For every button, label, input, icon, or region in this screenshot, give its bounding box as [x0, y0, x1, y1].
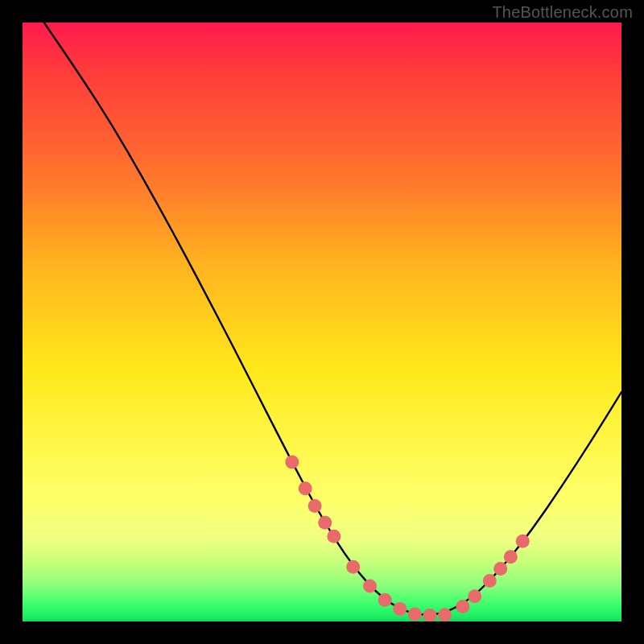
highlight-marker-dot — [378, 593, 392, 607]
highlight-marker-dot — [504, 550, 518, 564]
highlight-marker-dot — [456, 600, 469, 613]
bottleneck-chart-svg — [23, 23, 621, 621]
highlight-marker-dot — [318, 516, 332, 530]
highlight-marker-dot — [468, 589, 481, 603]
highlight-marker-dot — [438, 608, 452, 621]
chart-plot-area — [23, 23, 621, 621]
highlight-marker-dot — [483, 574, 497, 588]
highlight-marker-dot — [393, 602, 407, 616]
highlight-marker-dot — [516, 535, 530, 548]
highlight-marker-dot — [423, 609, 436, 621]
highlight-marker-dot — [363, 580, 377, 593]
highlight-marker-dot — [285, 456, 299, 469]
attribution-text: TheBottleneck.com — [492, 3, 633, 22]
highlight-marker-dot — [299, 481, 312, 495]
highlight-markers-group — [285, 456, 529, 621]
bottleneck-curve-line — [44, 23, 621, 615]
highlight-marker-dot — [493, 562, 507, 576]
highlight-marker-dot — [346, 560, 360, 574]
highlight-marker-dot — [308, 499, 322, 513]
highlight-marker-dot — [408, 608, 422, 621]
highlight-marker-dot — [327, 530, 341, 543]
